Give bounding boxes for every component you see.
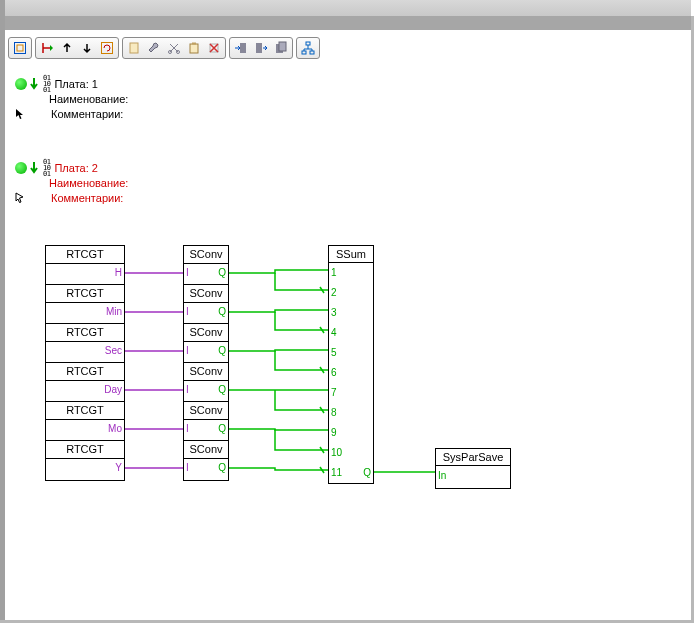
svg-rect-12 — [279, 42, 286, 51]
svg-rect-9 — [240, 43, 246, 53]
svg-rect-13 — [306, 42, 310, 45]
refresh-button[interactable] — [97, 39, 117, 57]
delete-button[interactable] — [204, 39, 224, 57]
move-up-button[interactable] — [57, 39, 77, 57]
svg-rect-7 — [192, 43, 196, 45]
zoom-extents-button[interactable] — [10, 39, 30, 57]
svg-rect-3 — [130, 43, 138, 53]
svg-rect-10 — [256, 43, 262, 53]
export-button[interactable] — [251, 39, 271, 57]
docs-button[interactable] — [271, 39, 291, 57]
svg-rect-0 — [15, 43, 26, 54]
svg-rect-1 — [17, 45, 23, 51]
toolbar-group-4 — [229, 37, 293, 59]
toolbar-group-3 — [122, 37, 226, 59]
collapse-button[interactable] — [37, 39, 57, 57]
toolbar-group-2 — [35, 37, 119, 59]
gray-strip — [5, 16, 691, 30]
svg-rect-2 — [102, 43, 113, 54]
move-down-button[interactable] — [77, 39, 97, 57]
toolbar-group-5 — [296, 37, 320, 59]
svg-rect-6 — [190, 44, 198, 53]
window-titlebar[interactable] — [5, 0, 691, 17]
paste-button[interactable] — [184, 39, 204, 57]
canvas[interactable]: 011001 Плата: 1 Наименование: Комментари… — [5, 60, 691, 620]
diagram: RTCGTH RTCGTMin RTCGTSec RTCGTDay RTCGTM… — [5, 60, 691, 620]
cut-button[interactable] — [164, 39, 184, 57]
import-button[interactable] — [231, 39, 251, 57]
wrench-button[interactable] — [144, 39, 164, 57]
wires-overlay — [5, 60, 685, 620]
toolbar — [8, 36, 320, 60]
new-doc-button[interactable] — [124, 39, 144, 57]
hierarchy-button[interactable] — [298, 39, 318, 57]
toolbar-group-1 — [8, 37, 32, 59]
svg-rect-15 — [310, 51, 314, 54]
svg-rect-14 — [302, 51, 306, 54]
